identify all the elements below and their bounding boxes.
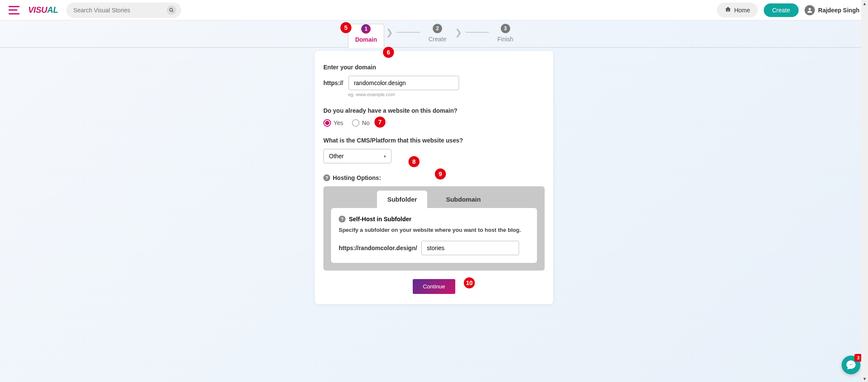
selfhost-desc: Specify a subfolder on your website wher… — [339, 227, 529, 233]
main-card: 6 Enter your domain https:// eg. www.exa… — [315, 51, 553, 304]
hosting-options-box: Subfolder Subdomain ? Self-Host in Subfo… — [323, 186, 545, 271]
hosting-title-text: Hosting Options: — [333, 174, 381, 181]
header: VISUAL Home Create Rajdeep Singh — [0, 0, 868, 20]
cms-question: What is the CMS/Platform that this websi… — [323, 137, 545, 144]
subfolder-row: https://randomcolor.design/ — [339, 241, 529, 255]
chat-widget[interactable]: 3 — [842, 356, 860, 374]
step-label: Domain — [355, 36, 377, 43]
svg-point-2 — [808, 8, 811, 10]
step-finish[interactable]: 3 Finish — [491, 24, 520, 47]
search-input[interactable] — [73, 7, 167, 14]
logo-text-primary: VISU — [28, 5, 47, 14]
step-number: 1 — [361, 24, 371, 34]
steps-bar: 5 1 Domain ❯ 2 Create ❯ 3 Finish — [0, 20, 868, 48]
home-button-label: Home — [734, 7, 750, 14]
cms-selected-value: Other — [329, 153, 344, 160]
svg-line-1 — [172, 11, 174, 12]
step-label: Finish — [497, 36, 513, 43]
chevron-right-icon: ❯ — [455, 27, 462, 37]
step-number: 3 — [501, 24, 510, 33]
annotation-7: 7 — [374, 117, 385, 128]
user-menu[interactable]: Rajdeep Singh — [805, 5, 859, 15]
search-bar[interactable] — [66, 3, 181, 18]
radio-icon — [352, 119, 360, 127]
home-icon — [725, 6, 731, 14]
step-domain[interactable]: 1 Domain — [348, 24, 384, 48]
step-connector: ❯ — [453, 24, 491, 37]
annotation-5: 5 — [340, 22, 351, 33]
annotation-9: 9 — [435, 168, 446, 180]
step-create[interactable]: 2 Create — [422, 24, 453, 47]
annotation-10: 10 — [464, 277, 475, 288]
domain-prefix: https:// — [323, 80, 343, 86]
annotation-6: 6 — [383, 47, 394, 58]
scroll-down-icon[interactable]: ▼ — [861, 375, 868, 382]
logo[interactable]: VISUAL — [28, 5, 58, 15]
hosting-content-wrap: ? Self-Host in Subfolder Specify a subfo… — [323, 208, 545, 271]
tab-subdomain[interactable]: Subdomain — [436, 191, 491, 208]
step-connector: ❯ — [384, 24, 422, 37]
radio-yes[interactable]: Yes — [323, 119, 343, 127]
scrollbar[interactable]: ▲ ▼ — [861, 0, 868, 382]
radio-no-label: No — [362, 120, 370, 126]
cms-select[interactable]: Other ▾ — [323, 149, 391, 163]
annotation-8: 8 — [408, 156, 420, 167]
selfhost-title-row: ? Self-Host in Subfolder — [339, 216, 529, 222]
home-button[interactable]: Home — [717, 3, 757, 17]
header-right: Home Create Rajdeep Singh — [717, 3, 859, 17]
caret-down-icon: ▾ — [384, 154, 386, 159]
domain-hint: eg. www.example.com — [348, 92, 545, 97]
help-icon[interactable]: ? — [339, 216, 345, 222]
user-name-label: Rajdeep Singh — [818, 7, 859, 14]
help-icon[interactable]: ? — [323, 174, 330, 181]
avatar-icon — [805, 5, 815, 15]
tab-subfolder[interactable]: Subfolder — [377, 191, 427, 208]
radio-icon — [323, 119, 331, 127]
domain-input-row: https:// — [323, 76, 545, 90]
domain-input[interactable] — [348, 76, 459, 90]
step-number: 2 — [433, 24, 442, 33]
continue-button[interactable]: Continue — [413, 279, 455, 294]
radio-no[interactable]: No — [352, 119, 370, 127]
page: VISUAL Home Create Rajdeep Singh — [0, 0, 868, 304]
domain-section-title: Enter your domain — [323, 64, 545, 71]
continue-container: Continue 10 — [323, 271, 545, 294]
hosting-tabs: Subfolder Subdomain — [323, 186, 545, 208]
radio-row: Yes No 7 — [323, 119, 545, 127]
hosting-content: ? Self-Host in Subfolder Specify a subfo… — [331, 208, 537, 263]
radio-yes-label: Yes — [334, 120, 343, 126]
existing-question: Do you already have a website on this do… — [323, 107, 545, 114]
search-icon[interactable] — [167, 6, 176, 15]
hosting-options-title: ? Hosting Options: — [323, 174, 545, 181]
subfolder-input[interactable] — [421, 241, 519, 255]
logo-text-secondary: AL — [47, 5, 58, 14]
selfhost-title: Self-Host in Subfolder — [349, 216, 411, 222]
hamburger-menu-icon[interactable] — [9, 6, 20, 14]
create-button[interactable]: Create — [764, 3, 799, 17]
scroll-up-icon[interactable]: ▲ — [861, 0, 868, 7]
svg-point-0 — [170, 8, 173, 11]
step-label: Create — [428, 36, 446, 43]
chevron-right-icon: ❯ — [386, 27, 393, 37]
subfolder-prefix: https://randomcolor.design/ — [339, 245, 417, 251]
